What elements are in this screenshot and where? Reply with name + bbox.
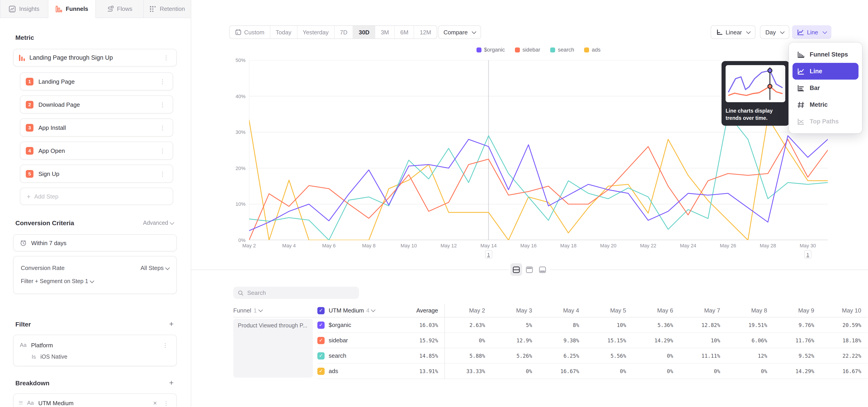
segment-name-cell-organic[interactable]: ✓$organic (317, 317, 377, 333)
advanced-toggle[interactable]: Advanced (143, 220, 174, 226)
funnel-step-1[interactable]: 1Landing Page⋮ (20, 72, 173, 90)
legend-item-organic[interactable]: $organic (476, 46, 505, 53)
select-all-checkbox[interactable]: ✓ (317, 307, 324, 314)
split-view-button[interactable] (510, 263, 522, 276)
breakdown-card[interactable]: Aa UTM Medium × ⋮ (13, 394, 177, 407)
step-kebab-menu[interactable]: ⋮ (158, 147, 167, 154)
add-step-button[interactable]: + Add Step (20, 188, 173, 205)
range-custom[interactable]: Custom (230, 26, 270, 38)
range-30d[interactable]: 30D (353, 26, 375, 38)
segment-name-cell-sidebar[interactable]: ✓sidebar (317, 333, 377, 348)
tab-label: Insights (19, 5, 39, 12)
tab-flows[interactable]: Flows (96, 0, 144, 18)
funnel-step-4[interactable]: 4App Open⋮ (20, 142, 173, 160)
funnel-step-5[interactable]: 5Sign Up⋮ (20, 165, 173, 183)
series-line-sidebar (249, 139, 828, 240)
tab-retention[interactable]: Retention (144, 0, 191, 18)
panel-top-icon (526, 266, 533, 273)
range-3m[interactable]: 3M (375, 26, 395, 38)
cell-value: 12.82% (680, 317, 726, 333)
funnel-title-card[interactable]: Landing Page through Sign Up ⋮ (13, 49, 177, 66)
y-tick-label: 30% (218, 129, 246, 135)
range-6m[interactable]: 6M (395, 26, 414, 38)
segment-checkbox[interactable]: ✓ (317, 321, 324, 328)
funnel-name-cell[interactable]: Product Viewed through P... (233, 317, 317, 379)
range-7d[interactable]: 7D (334, 26, 353, 38)
menu-item-metric[interactable]: Metric (793, 96, 859, 113)
date-column-header[interactable]: May 2 (444, 304, 491, 317)
annotation-badge-may-30[interactable]: 1 (804, 250, 811, 259)
segment-checkbox[interactable]: ✓ (317, 352, 324, 359)
range-label: Today (276, 29, 291, 35)
segment-checkbox[interactable]: ✓ (317, 368, 324, 375)
range-today[interactable]: Today (270, 26, 297, 38)
funnel-kebab-menu[interactable]: ⋮ (161, 54, 171, 62)
segment-name-cell-ads[interactable]: ✓ads (317, 364, 377, 379)
tab-funnels[interactable]: Funnels (48, 0, 96, 18)
filter-kebab-menu[interactable]: ⋮ (160, 341, 170, 349)
cell-value: 16.67% (538, 364, 585, 379)
add-filter-button[interactable]: + (169, 320, 174, 328)
breakdown-column-header[interactable]: ✓UTM Medium4 (317, 304, 377, 317)
legend-item-search[interactable]: search (550, 46, 574, 53)
range-label: 30D (359, 29, 370, 35)
conversion-window-card[interactable]: Within 7 days (13, 234, 177, 251)
funnel-column-header[interactable]: Funnel1 (233, 304, 317, 317)
chevron-down-icon (472, 29, 476, 34)
cell-value: 20.59% (820, 317, 868, 333)
cell-value: 11.11% (680, 348, 726, 364)
date-column-header[interactable]: May 10 (820, 304, 868, 317)
filter-segment-dropdown[interactable]: Filter + Segment on Step 1 (21, 278, 94, 284)
date-column-header[interactable]: May 9 (774, 304, 820, 317)
segment-checkbox[interactable]: ✓ (317, 337, 324, 344)
compare-button[interactable]: Compare (438, 25, 481, 39)
range-12m[interactable]: 12M (414, 26, 437, 38)
funnel-step-2[interactable]: 2Download Page⋮ (20, 95, 173, 114)
date-column-header[interactable]: May 3 (491, 304, 538, 317)
menu-item-label: Bar (810, 85, 820, 91)
filter-value[interactable]: iOS Native (40, 354, 68, 360)
segment-name-cell-search[interactable]: ✓search (317, 348, 377, 364)
funnel-step-3[interactable]: 3App Install⋮ (20, 119, 173, 136)
panel-bottom-button[interactable] (537, 263, 548, 276)
menu-item-line[interactable]: Line (793, 63, 859, 80)
date-column-header[interactable]: May 6 (632, 304, 680, 317)
legend-item-ads[interactable]: ads (584, 46, 600, 53)
chart-type-dropdown[interactable]: Line (792, 25, 831, 39)
add-breakdown-button[interactable]: + (169, 379, 174, 387)
step-kebab-menu[interactable]: ⋮ (158, 124, 167, 131)
cell-value: 5.26% (491, 348, 538, 364)
search-input[interactable] (247, 289, 354, 296)
step-kebab-menu[interactable]: ⋮ (158, 170, 167, 178)
annotation-badge-may-14[interactable]: 1 (485, 250, 492, 259)
date-column-header[interactable]: May 8 (726, 304, 774, 317)
legend-item-sidebar[interactable]: sidebar (515, 46, 540, 53)
chevron-down-icon (258, 308, 263, 312)
range-yesterday[interactable]: Yesterday (297, 26, 334, 38)
average-column-header[interactable]: Average (377, 304, 444, 317)
all-steps-dropdown[interactable]: All Steps (141, 264, 169, 271)
line-chart-tooltip: Line charts display trends over time. (721, 61, 789, 126)
x-tick-label: May 20 (600, 243, 616, 248)
drag-handle-icon[interactable] (19, 402, 23, 404)
tab-insights[interactable]: Insights (0, 0, 48, 18)
menu-item-top-paths[interactable]: Top Paths (793, 113, 859, 130)
panel-top-button[interactable] (524, 263, 535, 276)
menu-item-funnel-steps[interactable]: Funnel Steps (793, 46, 859, 63)
menu-item-bar[interactable]: Bar (793, 80, 859, 96)
remove-breakdown-icon[interactable]: × (153, 399, 157, 407)
cell-value: 0% (632, 364, 680, 379)
granularity-dropdown[interactable]: Day (760, 25, 789, 39)
step-kebab-menu[interactable]: ⋮ (158, 77, 167, 85)
breakdown-kebab-menu[interactable]: ⋮ (161, 399, 171, 407)
step-number-badge: 1 (26, 77, 33, 85)
step-kebab-menu[interactable]: ⋮ (158, 101, 167, 108)
cell-value: 6.06% (726, 333, 774, 348)
filter-operator[interactable]: Is (32, 354, 36, 360)
date-column-header[interactable]: May 4 (538, 304, 585, 317)
date-column-header[interactable]: May 7 (680, 304, 726, 317)
x-tick-label: May 22 (640, 243, 656, 248)
filter-property[interactable]: Platform (31, 342, 53, 348)
scale-dropdown[interactable]: Linear (711, 25, 755, 39)
date-column-header[interactable]: May 5 (585, 304, 632, 317)
